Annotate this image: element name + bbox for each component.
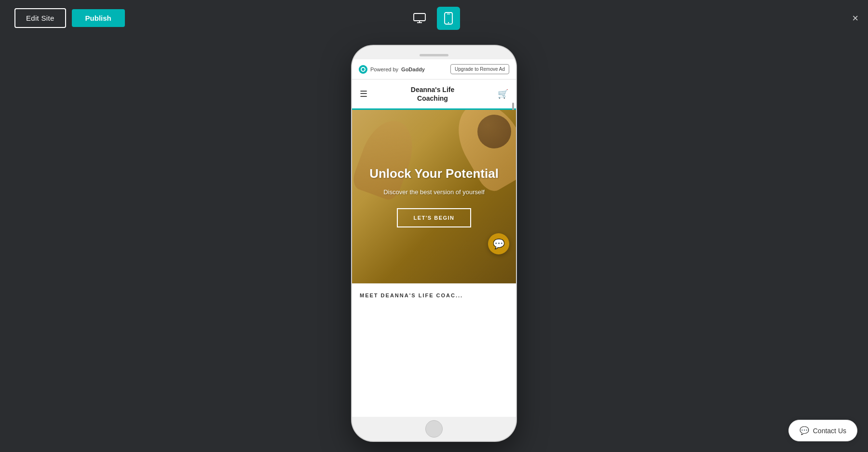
mobile-view-button[interactable] bbox=[437, 7, 460, 30]
phone-bottom bbox=[352, 417, 516, 441]
hero-section: Unlock Your Potential Discover the best … bbox=[352, 110, 516, 283]
toolbar: Edit Site Publish × bbox=[0, 0, 868, 36]
hero-subtitle: Discover the best version of yourself bbox=[369, 188, 499, 197]
chat-bubble-button[interactable]: 💬 bbox=[488, 233, 509, 254]
lets-begin-button[interactable]: LET'S BEGIN bbox=[397, 208, 471, 227]
hero-title: Unlock Your Potential bbox=[369, 166, 499, 181]
desktop-view-button[interactable] bbox=[408, 7, 431, 30]
site-title-line2: Coaching bbox=[411, 94, 454, 103]
phone-top-bar bbox=[352, 46, 516, 59]
godaddy-icon-inner bbox=[361, 67, 366, 72]
contact-us-label: Contact Us bbox=[813, 427, 846, 435]
desktop-icon bbox=[413, 13, 426, 24]
meet-section: MEET DEANNA'S LIFE COAC... bbox=[352, 283, 516, 307]
site-title-line1: Deanna's Life bbox=[411, 85, 454, 94]
mobile-icon bbox=[444, 12, 453, 25]
edit-site-button[interactable]: Edit Site bbox=[14, 8, 66, 28]
view-toggle bbox=[408, 7, 460, 30]
site-navigation: ☰ Deanna's Life Coaching 🛒 bbox=[352, 80, 516, 110]
godaddy-brand: GoDaddy bbox=[401, 66, 425, 72]
cart-icon[interactable]: 🛒 bbox=[498, 89, 508, 99]
site-title: Deanna's Life Coaching bbox=[411, 85, 454, 103]
phone-screen: Powered by GoDaddy Upgrade to Remove Ad … bbox=[352, 59, 516, 417]
close-button[interactable]: × bbox=[852, 12, 858, 25]
powered-by-text: Powered by bbox=[370, 66, 398, 72]
godaddy-banner: Powered by GoDaddy Upgrade to Remove Ad bbox=[352, 59, 516, 80]
svg-rect-0 bbox=[414, 13, 425, 21]
spice-dots-decoration bbox=[477, 115, 511, 148]
meet-section-title: MEET DEANNA'S LIFE COAC... bbox=[360, 292, 508, 298]
home-button[interactable] bbox=[425, 420, 443, 438]
hero-content: Unlock Your Potential Discover the best … bbox=[360, 166, 508, 227]
phone-speaker bbox=[420, 54, 448, 56]
chat-bubble-icon: 💬 bbox=[493, 238, 505, 250]
godaddy-icon bbox=[359, 65, 367, 74]
publish-button[interactable]: Publish bbox=[72, 9, 125, 27]
phone-outer: Powered by GoDaddy Upgrade to Remove Ad … bbox=[352, 46, 516, 441]
contact-us-button[interactable]: 💬 Contact Us bbox=[788, 420, 857, 441]
svg-point-4 bbox=[448, 22, 449, 23]
upgrade-button[interactable]: Upgrade to Remove Ad bbox=[450, 64, 509, 74]
close-area: × bbox=[852, 12, 858, 25]
phone-mockup: Powered by GoDaddy Upgrade to Remove Ad … bbox=[352, 46, 516, 441]
contact-us-icon: 💬 bbox=[800, 426, 809, 435]
hamburger-icon[interactable]: ☰ bbox=[360, 89, 367, 99]
godaddy-logo: Powered by GoDaddy bbox=[359, 65, 425, 74]
